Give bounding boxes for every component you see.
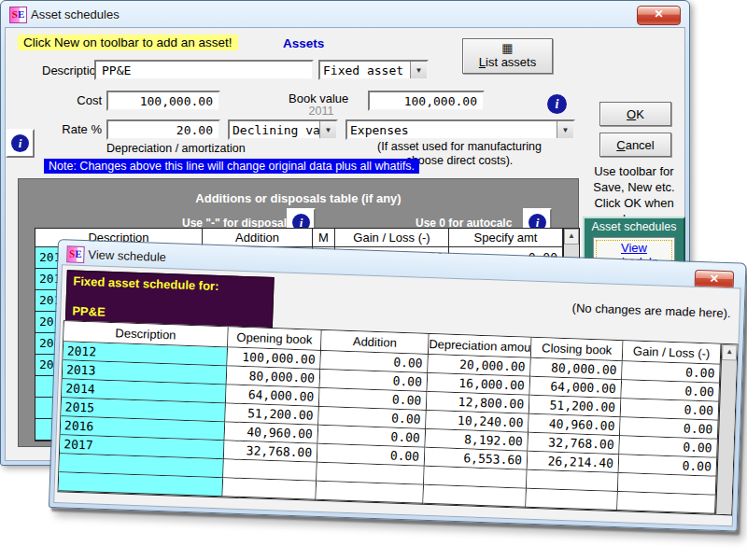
view-schedule-window: SE View schedule ✕ Fixed asset schedule … [49, 239, 747, 532]
app-icon: SE [9, 7, 27, 23]
chevron-down-icon: ▼ [410, 62, 427, 78]
close-icon: ✕ [654, 7, 663, 21]
app-icon: SE [66, 245, 85, 263]
scroll-up-icon[interactable]: ▲ [564, 229, 579, 245]
additions-col-header-2: M [313, 229, 335, 247]
cost-label: Cost [38, 93, 102, 107]
schedule-header-title: Fixed asset schedule for: [73, 274, 218, 293]
asset-type-combobox[interactable]: Fixed asset ▼ [318, 60, 429, 80]
rate-input[interactable] [106, 119, 220, 140]
schedule-cell-gain-loss [617, 492, 716, 514]
info-icon[interactable]: i [547, 94, 567, 114]
additions-panel-title: Additions or disposals table (if any) [19, 191, 578, 205]
book-value-label: Book value [289, 91, 348, 105]
schedule-table-body: 2012100,000.000.0020,000.0080,000.000.00… [59, 342, 721, 513]
scroll-up-icon[interactable]: ▲ [722, 344, 738, 361]
book-value-input[interactable] [368, 91, 485, 111]
book-value-year: 2011 [289, 105, 354, 118]
description-input[interactable] [94, 60, 314, 80]
info-button[interactable]: i [6, 129, 35, 158]
schedule-cell-addition [316, 482, 424, 504]
schedule-cell-closing-book [526, 489, 618, 511]
main-titlebar[interactable]: SE Asset schedules ✕ [1, 1, 689, 27]
additions-col-header-3: Gain / Loss (-) [335, 229, 449, 247]
grid-icon: ▦ [501, 43, 513, 54]
schedule-table: DescriptionOpening bookAdditionDepreciat… [58, 320, 739, 515]
expense-account-combobox[interactable]: Expenses ▼ [345, 119, 575, 140]
chevron-down-icon: ▼ [557, 121, 573, 138]
warning-note: Note: Changes above this line will chang… [44, 159, 419, 174]
additions-col-header-4: Specify amt [449, 229, 563, 247]
schedule-header-asset: PP&E [72, 304, 106, 319]
rate-label: Rate % [38, 122, 102, 136]
help-text-line: Save, New etc. [580, 179, 688, 195]
main-close-button[interactable]: ✕ [637, 6, 681, 25]
depreciation-method-combobox[interactable]: Declining value ▼ [228, 119, 338, 140]
ok-button[interactable]: OK [599, 102, 671, 126]
info-icon: i [11, 134, 29, 152]
desktop: SE Asset schedules ✕ Click New on toolba… [0, 0, 747, 560]
help-text-line: Use toolbar for [580, 163, 688, 179]
schedule-cell-opening-book [222, 478, 317, 499]
list-assets-button[interactable]: ▦ List assets [462, 38, 553, 74]
close-icon: ✕ [710, 272, 720, 285]
toolbar-hint-banner: Click New on toolbar to add an asset! [18, 35, 238, 50]
main-window-title: Asset schedules [31, 7, 120, 21]
cost-input[interactable] [106, 91, 220, 111]
chevron-down-icon: ▼ [319, 121, 336, 138]
depreciation-caption: Depreciation / amortization [106, 142, 246, 156]
cancel-button[interactable]: Cancel [599, 133, 671, 157]
help-text-line: Click OK when [580, 195, 688, 211]
assets-section-title: Assets [283, 36, 324, 50]
schedule-window-title: View schedule [88, 247, 166, 264]
group-title: Asset schedules [585, 220, 684, 233]
schedule-cell-depreciation [423, 485, 527, 508]
